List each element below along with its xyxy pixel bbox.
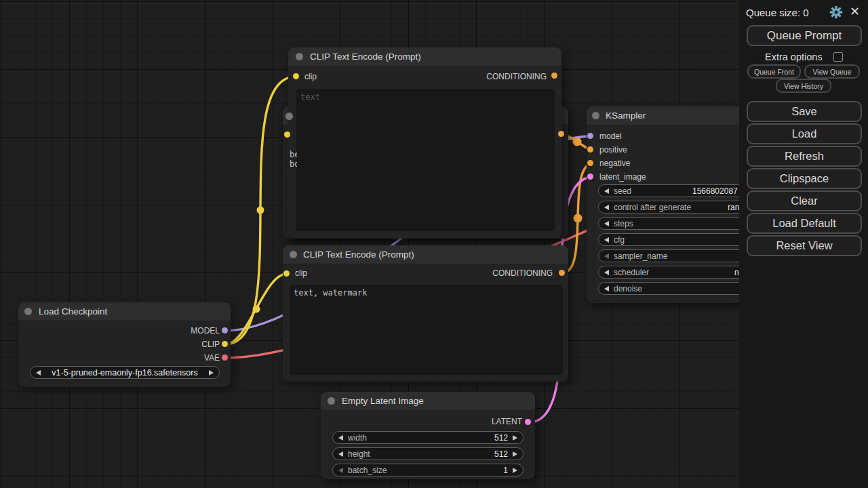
view-history-button[interactable]: View History [776, 79, 831, 93]
latent-image-input-label: latent_image [599, 172, 646, 182]
arrow-left-icon[interactable] [604, 205, 609, 210]
view-queue-button[interactable]: View Queue [804, 64, 860, 79]
queue-prompt-button[interactable]: Queue Prompt [747, 25, 862, 46]
node-title: Load Checkpoint [39, 306, 107, 317]
positive-input-label: positive [599, 145, 627, 155]
sampler-name-label: sampler_name [614, 251, 667, 261]
steps-widget[interactable]: steps [598, 217, 753, 230]
positive-input-port[interactable] [587, 146, 593, 152]
model-output-port[interactable] [222, 327, 228, 333]
clear-button[interactable]: Clear [747, 190, 862, 211]
node-empty-latent-image[interactable]: Empty Latent Image LATENT width 512 heig… [321, 392, 535, 479]
arrow-left-icon[interactable] [604, 253, 609, 259]
arrow-right-icon[interactable] [513, 435, 517, 441]
vae-output-port[interactable] [222, 354, 228, 361]
node-collapse-dot[interactable] [592, 112, 599, 119]
node-title: Empty Latent Image [342, 396, 424, 406]
seed-label: seed [614, 186, 631, 196]
clip-input-label: clip [295, 268, 307, 278]
seed-widget[interactable]: seed 1566802087 [598, 184, 753, 197]
clip-input-port[interactable] [283, 270, 290, 277]
node-collapse-dot[interactable] [285, 113, 293, 120]
height-label: height [348, 449, 370, 459]
negative-input-port[interactable] [587, 160, 593, 166]
conditioning-output-port[interactable] [559, 270, 565, 276]
hidden-prompt-text-fragment: be bo [288, 149, 297, 169]
ckpt-name-value: v1-5-pruned-emaonly-fp16.safetensors [45, 368, 204, 378]
cfg-label: cfg [614, 235, 625, 245]
comfy-menu: Queue size: 0 ✕ Queue Prompt Extra optio… [739, 0, 868, 488]
node-title: CLIP Text Encode (Prompt) [303, 249, 414, 260]
steps-label: steps [614, 219, 633, 228]
vae-output-label: VAE [204, 353, 220, 363]
width-value: 512 [494, 433, 508, 443]
clip-input-port[interactable] [284, 131, 290, 138]
arrow-right-icon[interactable] [209, 370, 214, 375]
node-clip-text-encode-bottom[interactable]: CLIP Text Encode (Prompt) clip CONDITION… [283, 245, 568, 382]
sampler-name-widget[interactable]: sampler_name [598, 249, 753, 262]
latent-output-port[interactable] [525, 419, 531, 425]
arrow-left-icon[interactable] [604, 237, 609, 243]
arrow-right-icon[interactable] [513, 468, 517, 473]
node-load-checkpoint[interactable]: Load Checkpoint MODEL CLIP VAE v1-5-prun… [18, 302, 231, 387]
model-input-label: model [599, 131, 622, 141]
model-output-label: MODEL [191, 326, 220, 336]
node-collapse-dot[interactable] [328, 397, 335, 405]
arrow-right-icon[interactable] [513, 451, 517, 457]
node-ksampler[interactable]: KSampler model positive negative latent_… [587, 106, 760, 303]
conditioning-output-port[interactable] [558, 131, 564, 137]
reset-view-button[interactable]: Reset View [747, 235, 862, 256]
extra-options-checkbox[interactable] [833, 52, 843, 62]
height-value: 512 [494, 449, 508, 459]
height-widget[interactable]: height 512 [332, 447, 524, 460]
clip-output-port[interactable] [222, 341, 228, 347]
clipspace-button[interactable]: Clipspace [747, 168, 862, 189]
prompt-textarea[interactable]: text, watermark [290, 285, 563, 375]
arrow-left-icon[interactable] [604, 286, 609, 291]
node-title: CLIP Text Encode (Prompt) [310, 52, 421, 62]
arrow-left-icon[interactable] [604, 221, 609, 226]
clip-output-label: CLIP [201, 340, 220, 349]
close-icon[interactable]: ✕ [850, 4, 860, 19]
model-input-port[interactable] [587, 133, 593, 139]
node-collapse-dot[interactable] [296, 53, 303, 60]
seed-value: 1566802087 [692, 186, 738, 196]
arrow-left-icon[interactable] [338, 468, 343, 473]
clip-input-port[interactable] [293, 73, 299, 79]
batch-size-widget[interactable]: batch_size 1 [332, 464, 524, 476]
load-default-button[interactable]: Load Default [747, 213, 862, 234]
ckpt-name-widget[interactable]: v1-5-pruned-emaonly-fp16.safetensors [30, 366, 220, 379]
arrow-left-icon[interactable] [338, 451, 343, 457]
node-title: KSampler [606, 110, 646, 121]
prompt-textarea[interactable]: text [296, 89, 555, 231]
scheduler-widget[interactable]: scheduler normal [598, 266, 753, 279]
arrow-left-icon[interactable] [604, 188, 609, 194]
arrow-left-icon[interactable] [604, 270, 609, 275]
control-after-generate-widget[interactable]: control after generate randomize [598, 201, 753, 214]
control-after-generate-label: control after generate [614, 203, 691, 212]
refresh-button[interactable]: Refresh [747, 146, 862, 167]
scheduler-label: scheduler [614, 268, 649, 277]
conditioning-output-label: CONDITIONING [486, 72, 547, 81]
denoise-label: denoise [614, 284, 642, 293]
node-collapse-dot[interactable] [290, 251, 297, 258]
latent-image-input-port[interactable] [587, 174, 593, 180]
width-label: width [348, 433, 367, 443]
cfg-widget[interactable]: cfg [598, 233, 753, 246]
extra-options-label: Extra options [765, 52, 823, 62]
save-button[interactable]: Save [747, 101, 862, 122]
conditioning-output-port[interactable] [551, 73, 557, 79]
arrow-left-icon[interactable] [36, 370, 41, 375]
width-widget[interactable]: width 512 [332, 431, 524, 444]
node-clip-text-encode-top[interactable]: CLIP Text Encode (Prompt) clip CONDITION… [288, 47, 561, 239]
batch-size-value: 1 [503, 466, 508, 475]
queue-front-button[interactable]: Queue Front [747, 64, 801, 79]
queue-size-label: Queue size: 0 [746, 7, 809, 18]
clip-input-label: clip [304, 72, 317, 81]
denoise-widget[interactable]: denoise [598, 282, 753, 295]
arrow-left-icon[interactable] [338, 435, 343, 441]
settings-gear-icon[interactable] [829, 5, 843, 19]
node-collapse-dot[interactable] [24, 308, 32, 315]
negative-input-label: negative [599, 159, 630, 168]
load-button[interactable]: Load [747, 123, 862, 144]
